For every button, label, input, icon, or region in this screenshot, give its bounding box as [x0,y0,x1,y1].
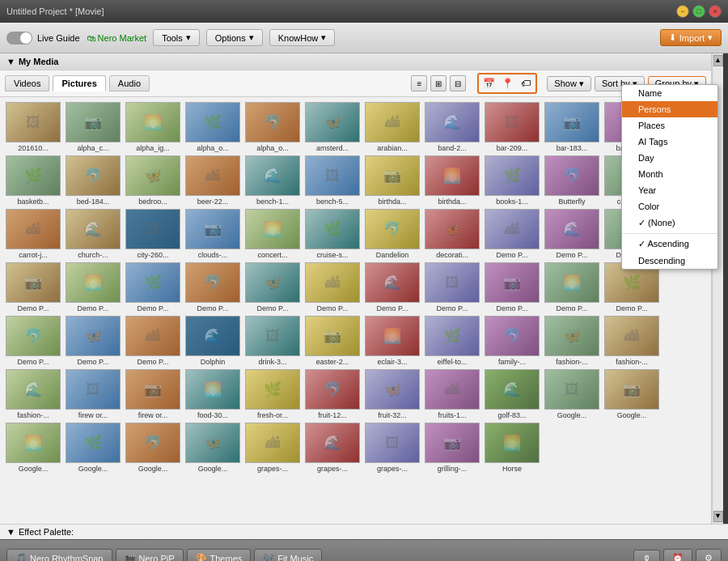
location-icon[interactable]: 📍 [498,75,516,91]
media-item[interactable]: 🌊church-... [65,209,121,259]
nero-market-btn[interactable]: 🛍 Nero Market [87,33,147,43]
options-menu[interactable]: Options ▾ [206,29,263,46]
themes-btn[interactable]: 🎨 Themes [187,549,252,561]
media-item[interactable]: 🦋Demo P... [244,262,301,312]
media-item[interactable]: 🌅alpha_ig... [125,102,181,152]
media-item[interactable]: 📷clouds-... [184,209,241,259]
media-item[interactable]: 🌿eiffel-to... [424,316,480,366]
menu-item-descending[interactable]: Descending [622,253,717,269]
menu-item-color[interactable]: Color [622,198,717,215]
media-item[interactable]: 🐬alpha_o... [244,102,301,152]
media-item[interactable]: 📷bar-183... [544,102,600,152]
media-item[interactable]: 🌅eclair-3... [364,316,421,366]
media-item[interactable]: 🖼grapes-... [364,423,421,473]
view-grid-btn[interactable]: ⊞ [430,75,447,91]
media-item[interactable]: 🌿cruise-s... [304,209,361,259]
media-item[interactable]: 🐬Dandelion [364,209,421,259]
menu-item-ai-tags[interactable]: AI Tags [622,134,717,150]
media-item[interactable]: 🏙beer-22... [184,155,241,206]
mic-btn[interactable]: 🎙 [633,550,660,562]
media-item[interactable]: 🐬Demo P... [5,316,61,366]
media-item[interactable]: 🌊golf-83... [484,369,540,419]
tab-videos[interactable]: Videos [5,75,49,91]
tools-menu[interactable]: Tools ▾ [153,29,200,46]
tag-icon[interactable]: 🏷 [517,75,535,91]
media-item[interactable]: 🏙fashion-... [603,316,660,366]
knowhow-menu[interactable]: KnowHow ▾ [269,29,336,46]
media-item[interactable]: 🌅Google... [5,423,61,473]
media-item[interactable]: 🖼201610... [5,102,61,152]
media-item[interactable]: 📷birthda... [364,155,421,206]
media-item[interactable]: 🌿Demo P... [125,262,181,312]
media-item[interactable]: 🌿basketb... [5,155,61,206]
maximize-button[interactable]: □ [692,5,705,18]
media-item[interactable]: 🌅Horse [484,423,540,473]
menu-item-persons[interactable]: Persons [622,101,717,117]
menu-item-year[interactable]: Year [622,182,717,198]
media-item[interactable]: 🦋bedroo... [125,155,181,206]
media-item[interactable]: 🏙arabian... [364,102,421,152]
media-item[interactable]: 🌿books-1... [484,155,540,206]
media-item[interactable]: 🦋fruit-32... [364,369,421,419]
menu-item-none[interactable]: (None) [622,215,717,232]
media-item[interactable]: 🖼firew or... [65,369,121,419]
menu-item-name[interactable]: Name [622,85,717,101]
media-item[interactable]: 🐬family-... [484,316,540,366]
media-item[interactable]: 🌅Demo P... [544,262,600,312]
media-item[interactable]: 🖼bar-209... [484,102,540,152]
view-large-btn[interactable]: ⊟ [450,75,466,91]
tab-pictures[interactable]: Pictures [53,75,105,91]
media-item[interactable]: 🖼Google... [544,369,600,419]
media-item[interactable]: 🌊band-2... [424,102,480,152]
media-item[interactable]: 🐬bed-184... [65,155,121,206]
menu-item-day[interactable]: Day [622,150,717,166]
media-item[interactable]: 🏙Demo P... [125,316,181,366]
media-item[interactable]: 🐬Butterfly [544,155,600,206]
media-item[interactable]: 🏙grapes-... [244,423,301,473]
tab-audio[interactable]: Audio [109,75,150,91]
media-item[interactable]: 🌿Google... [65,423,121,473]
nero-rhythmsnap-btn[interactable]: 🎵 Nero RhythmSnap [6,549,112,561]
media-item[interactable]: 🌊Demo P... [364,262,421,312]
import-btn[interactable]: ⬇ Import ▾ [660,29,722,46]
media-item[interactable]: 🌅Demo P... [65,262,121,312]
live-guide-switch[interactable] [6,32,32,45]
media-item[interactable]: 📷Google... [603,369,660,419]
media-item[interactable]: 🌿Demo P... [603,262,660,312]
media-item[interactable]: 📷Demo P... [484,262,540,312]
show-dropdown[interactable]: Show ▾ [547,76,591,91]
calendar-icon[interactable]: 📅 [480,75,497,91]
media-item[interactable]: 🖼city-260... [125,209,181,259]
media-item[interactable]: 🐬Google... [125,423,181,473]
menu-item-month[interactable]: Month [622,166,717,182]
media-item[interactable]: 🦋Demo P... [65,316,121,366]
media-item[interactable]: 🐬Demo P... [184,262,241,312]
media-item[interactable]: 🌊bench-1... [244,155,301,206]
media-item[interactable]: 🌊Demo P... [544,209,600,259]
media-item[interactable]: 📷alpha_c... [65,102,121,152]
media-item[interactable]: 🌅birthda... [424,155,480,206]
media-item[interactable]: 🌿alpha_o... [184,102,241,152]
clock-btn[interactable]: ⏰ [663,549,692,561]
media-item[interactable]: 🦋fashion-... [544,316,600,366]
media-item[interactable]: 🏙Demo P... [304,262,361,312]
media-item[interactable]: 🌊grapes-... [304,423,361,473]
media-item[interactable]: 🖼bench-5... [304,155,361,206]
media-item[interactable]: 📷Demo P... [5,262,61,312]
media-item[interactable]: 🏙carrot-j... [5,209,61,259]
media-item[interactable]: 🌊Dolphin [184,316,241,366]
media-item[interactable]: 🏙fruits-1... [424,369,480,419]
minimize-button[interactable]: − [676,5,689,18]
nero-pip-btn[interactable]: 🎬 Nero PiP [116,549,184,561]
media-item[interactable]: 🌿fresh-or... [244,369,301,419]
media-item[interactable]: 🦋Google... [184,423,241,473]
menu-item-places[interactable]: Places [622,117,717,134]
media-item[interactable]: 📷easter-2... [304,316,361,366]
menu-item-ascending[interactable]: Ascending [622,236,717,253]
media-item[interactable]: 🦋amsterd... [304,102,361,152]
close-button[interactable]: × [709,5,722,18]
media-item[interactable]: 📷firew or... [125,369,181,419]
media-grid-container[interactable]: 🖼201610...📷alpha_c...🌅alpha_ig...🌿alpha_… [0,97,711,524]
fit-music-btn[interactable]: 🎶 Fit Music [254,549,322,561]
settings-btn[interactable]: ⚙ [696,549,722,561]
